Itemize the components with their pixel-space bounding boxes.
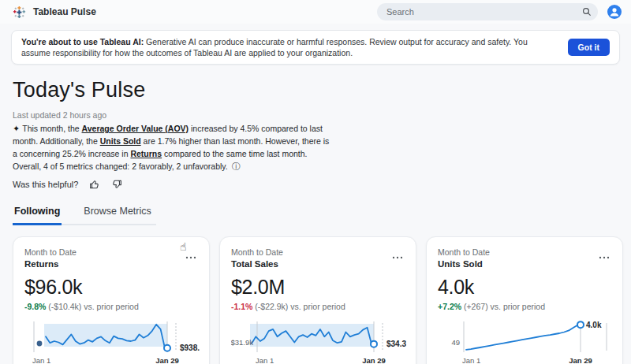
metric-cards-row: Month to Date Returns $96.0k -9.8% (-$10… — [13, 236, 618, 364]
thumbs-up-button[interactable] — [89, 179, 100, 190]
user-avatar[interactable] — [607, 5, 622, 19]
thumbs-down-icon — [111, 179, 122, 190]
change-detail: (+267) vs. prior period — [461, 302, 545, 311]
search-input[interactable] — [386, 7, 582, 17]
thumbs-down-button[interactable] — [111, 179, 122, 190]
got-it-button[interactable]: Got it — [568, 39, 610, 56]
tableau-logo-icon — [13, 6, 26, 19]
helpful-prompt: Was this helpful? — [13, 180, 78, 189]
ai-summary: ✦This month, the Average Order Value (AO… — [13, 122, 334, 173]
card-period: Month to Date — [438, 247, 490, 257]
card-value: 4.0k — [438, 276, 611, 299]
ai-disclaimer-text: You're about to use Tableau AI: Generati… — [21, 36, 557, 58]
overflow-menu-icon[interactable] — [184, 247, 198, 265]
user-icon — [607, 5, 622, 19]
search-icon — [582, 7, 592, 17]
ai-summary-text: This month, the Average Order Value (AOV… — [13, 124, 329, 171]
sparkline-chart-returns: $938.15Jan 1Jan 29 — [24, 318, 200, 364]
ai-disclaimer-lead: You're about to use Tableau AI: — [21, 37, 144, 46]
card-metric-name: Returns — [24, 259, 77, 269]
change-detail: (-$10.4k) vs. prior period — [46, 302, 138, 311]
svg-text:Jan 29: Jan 29 — [155, 356, 179, 364]
info-icon[interactable]: ⓘ — [232, 162, 241, 171]
metric-card-returns[interactable]: Month to Date Returns $96.0k -9.8% (-$10… — [13, 236, 210, 364]
search-bar[interactable] — [377, 3, 598, 20]
sparkline-chart-units-sold: 4.0k49Jan 1Jan 29 — [438, 318, 613, 364]
tab-bar: Following Browse Metrics — [13, 206, 156, 225]
main-content: Today's Pulse Last updated 2 hours ago ✦… — [0, 78, 631, 364]
thumbs-up-icon — [89, 179, 100, 190]
ai-sparkle-icon: ✦ — [13, 124, 20, 133]
svg-text:Jan 1: Jan 1 — [256, 356, 274, 364]
svg-text:Jan 29: Jan 29 — [569, 356, 592, 364]
svg-text:49: 49 — [451, 338, 460, 347]
change-percent: +7.2% — [438, 302, 461, 311]
overflow-menu-icon[interactable] — [390, 247, 405, 265]
tab-following[interactable]: Following — [13, 206, 62, 225]
svg-text:$31.9k: $31.9k — [231, 338, 253, 347]
card-metric-name: Units Sold — [438, 259, 490, 269]
card-value: $96.0k — [24, 276, 198, 299]
last-updated: Last updated 2 hours ago — [13, 110, 618, 120]
overflow-menu-icon[interactable] — [597, 247, 611, 265]
tab-browse-metrics[interactable]: Browse Metrics — [82, 206, 152, 225]
metric-card-total-sales[interactable]: Month to Date Total Sales $2.0M -1.1% (-… — [219, 236, 416, 364]
card-value: $2.0M — [231, 276, 405, 299]
metric-card-units-sold[interactable]: Month to Date Units Sold 4.0k +7.2% (+26… — [426, 236, 623, 364]
card-period: Month to Date — [24, 247, 77, 257]
sparkline-chart-total-sales: $34.3k$31.9kJan 1Jan 29 — [231, 318, 406, 364]
ai-disclaimer-banner: You're about to use Tableau AI: Generati… — [11, 30, 620, 65]
svg-text:Jan 29: Jan 29 — [362, 356, 386, 364]
change-detail: (-$22.9k) vs. prior period — [252, 302, 345, 311]
change-percent: -1.1% — [231, 302, 252, 311]
card-period: Month to Date — [231, 247, 283, 257]
card-change: -1.1% (-$22.9k) vs. prior period — [231, 302, 405, 311]
svg-text:4.0k: 4.0k — [586, 320, 602, 329]
page-title: Today's Pulse — [13, 78, 618, 102]
svg-text:$34.3k: $34.3k — [386, 340, 406, 348]
app-title: Tableau Pulse — [33, 6, 96, 17]
card-change: +7.2% (+267) vs. prior period — [438, 302, 611, 311]
svg-text:$938.15: $938.15 — [180, 344, 200, 352]
svg-text:Jan 1: Jan 1 — [462, 356, 480, 364]
svg-text:Jan 1: Jan 1 — [32, 356, 50, 364]
card-metric-name: Total Sales — [231, 259, 283, 269]
top-bar: Tableau Pulse — [0, 0, 631, 24]
card-change: -9.8% (-$10.4k) vs. prior period — [24, 302, 198, 311]
feedback-row: Was this helpful? — [13, 179, 618, 190]
change-percent: -9.8% — [24, 302, 46, 311]
